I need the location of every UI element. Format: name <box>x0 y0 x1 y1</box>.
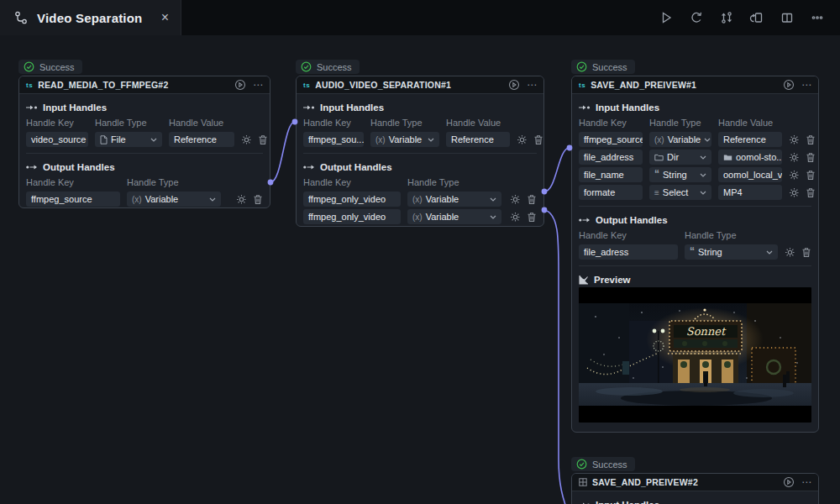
input-arrow-icon <box>579 104 591 111</box>
variable-icon: (x) <box>412 195 423 204</box>
node-menu-icon[interactable]: ⋯ <box>253 80 263 90</box>
gear-icon[interactable] <box>510 212 521 223</box>
run-node-icon[interactable] <box>234 79 246 91</box>
handle-value-field[interactable]: Reference <box>446 132 510 147</box>
trash-icon[interactable] <box>806 187 816 198</box>
tab-title: Video Separation <box>37 11 153 25</box>
run-node-icon[interactable] <box>783 476 795 488</box>
node-read-media-to-ffmpeg[interactable]: ts READ_MEDIA_TO_FFMPEG#2 ⋯ Input Handle… <box>18 76 270 208</box>
node-menu-icon[interactable]: ⋯ <box>801 477 811 487</box>
check-circle-icon <box>576 61 587 72</box>
handle-key-field[interactable]: ffmpeg_source <box>26 192 120 207</box>
handle-row: ffmpeg_sou... (x) Variable Reference <box>303 132 537 147</box>
node-header[interactable]: SAVE_AND_PREIVEW#2 ⋯ <box>572 474 818 491</box>
handle-value-field[interactable]: MP4 <box>718 185 782 200</box>
handle-type-dropdown[interactable]: File <box>95 132 162 147</box>
chevron-down-icon <box>490 215 496 219</box>
handle-key-field[interactable]: ffmpeg_only_video <box>303 209 401 224</box>
trash-icon[interactable] <box>801 247 811 258</box>
toolbar <box>655 0 840 35</box>
output-arrow-icon <box>579 217 591 223</box>
handle-key-field[interactable]: formate <box>579 185 643 200</box>
handle-key-field[interactable]: ffmpeg_source <box>579 132 643 147</box>
gear-icon[interactable] <box>241 134 252 145</box>
gear-icon[interactable] <box>785 247 795 258</box>
handle-value-field[interactable]: oomol-sto... <box>718 150 782 165</box>
handle-type-dropdown[interactable]: (x) Variable <box>649 132 711 147</box>
handle-key-field[interactable]: file_name <box>579 167 643 182</box>
compare-runs-button[interactable] <box>716 7 738 29</box>
output-handles-title: Output Handles <box>26 162 263 172</box>
input-handles-title: Input Handles <box>303 102 537 113</box>
handle-key-field[interactable]: ffmpeg_only_video <box>303 192 401 207</box>
run-node-icon[interactable] <box>508 79 520 91</box>
node-header[interactable]: ts AUDIO_VIDEO_SEPARATION#1 ⋯ <box>297 76 543 94</box>
tab-video-separation[interactable]: Video Separation × <box>0 0 181 35</box>
input-handles-title: Input Handles <box>579 500 811 504</box>
handle-type-dropdown[interactable]: ≡ Select <box>649 185 711 200</box>
check-circle-icon <box>301 61 312 72</box>
node-save-and-preview-1[interactable]: ts SAVE_AND_PREIVEW#1 ⋯ Input Handles Ha… <box>571 76 819 433</box>
trash-icon[interactable] <box>253 194 263 205</box>
handle-value-field[interactable]: Reference <box>169 132 234 147</box>
gear-icon[interactable] <box>517 134 528 145</box>
handle-type-dropdown[interactable]: (x) Variable <box>407 209 501 224</box>
node-menu-icon[interactable]: ⋯ <box>801 80 811 90</box>
typescript-icon: ts <box>303 81 310 89</box>
run-node-icon[interactable] <box>783 79 795 91</box>
handle-type-dropdown[interactable]: (x) Variable <box>127 192 221 207</box>
handle-key-field[interactable]: file_address <box>579 150 643 165</box>
handle-row: formate ≡ Select MP4 <box>579 185 811 200</box>
rerun-button[interactable] <box>685 7 707 29</box>
handle-type-dropdown[interactable]: (x) Variable <box>370 132 439 147</box>
trash-icon[interactable] <box>533 134 543 145</box>
trash-icon[interactable] <box>806 152 816 163</box>
node-audio-video-separation[interactable]: ts AUDIO_VIDEO_SEPARATION#1 ⋯ Input Hand… <box>296 76 544 227</box>
handle-type-dropdown[interactable]: “ String <box>685 244 778 260</box>
preview-title: Preview <box>579 275 811 285</box>
split-editor-button[interactable] <box>776 7 798 29</box>
output-arrow-icon <box>303 164 315 171</box>
trash-icon[interactable] <box>806 134 816 145</box>
node-save-and-preview-2[interactable]: SAVE_AND_PREIVEW#2 ⋯ Input Handles <box>571 473 819 504</box>
handle-key-field[interactable]: ffmpeg_sou... <box>303 132 364 147</box>
handle-row: file_name “ String oomol_local_v <box>579 167 811 182</box>
handle-value-field[interactable]: oomol_local_v <box>718 167 782 182</box>
flow-canvas[interactable]: Success Success Success Success ts READ_… <box>0 35 840 504</box>
gear-icon[interactable] <box>789 134 800 145</box>
handle-type-dropdown[interactable]: (x) Variable <box>407 192 501 207</box>
gear-icon[interactable] <box>789 170 800 181</box>
col-handle-value: Handle Value <box>169 118 234 128</box>
handle-type-dropdown[interactable]: Dir <box>649 150 711 165</box>
output-handles-title: Output Handles <box>579 215 811 225</box>
trash-icon[interactable] <box>806 170 816 181</box>
trash-icon[interactable] <box>527 212 537 223</box>
typescript-icon: ts <box>26 81 33 89</box>
variable-icon: (x) <box>412 213 423 222</box>
trash-icon[interactable] <box>527 194 537 205</box>
col-handle-type: Handle Type <box>370 118 439 128</box>
gear-icon[interactable] <box>236 194 247 205</box>
chevron-down-icon <box>150 138 157 142</box>
duplicate-flow-button[interactable] <box>746 7 768 29</box>
input-handles-title: Input Handles <box>26 102 263 113</box>
handle-key-field[interactable]: file_adress <box>579 244 678 260</box>
run-flow-button[interactable] <box>655 7 677 29</box>
handle-type-dropdown[interactable]: “ String <box>649 167 711 182</box>
handle-value-field[interactable]: Reference <box>718 132 782 147</box>
handle-row: file_address Dir oomol-sto... <box>579 150 811 165</box>
gear-icon[interactable] <box>510 194 521 205</box>
gear-icon[interactable] <box>789 187 800 198</box>
more-options-button[interactable] <box>806 7 828 29</box>
status-badge: Success <box>296 60 360 74</box>
grid-icon <box>579 478 587 486</box>
col-handle-value: Handle Value <box>718 118 782 128</box>
check-circle-icon <box>576 459 587 470</box>
node-header[interactable]: ts READ_MEDIA_TO_FFMPEG#2 ⋯ <box>19 76 270 94</box>
gear-icon[interactable] <box>789 152 800 163</box>
trash-icon[interactable] <box>258 134 268 145</box>
node-header[interactable]: ts SAVE_AND_PREIVEW#1 ⋯ <box>572 76 818 94</box>
tab-close-icon[interactable]: × <box>161 11 169 24</box>
handle-key-field[interactable]: video_source <box>26 132 88 147</box>
node-menu-icon[interactable]: ⋯ <box>527 80 537 90</box>
